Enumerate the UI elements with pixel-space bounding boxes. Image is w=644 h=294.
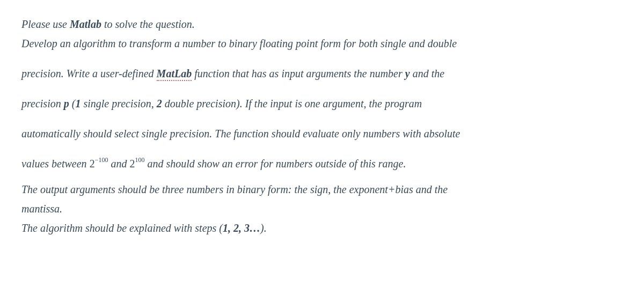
- text: Develop an algorithm to transform a numb…: [21, 38, 457, 49]
- text: mantissa.: [21, 203, 62, 215]
- text: and: [108, 158, 129, 170]
- line-4: precision p (1 single precision, 2 doubl…: [21, 95, 623, 112]
- math-power-2: 2100: [129, 158, 144, 170]
- text-bold: 1, 2, 3…: [223, 222, 260, 234]
- text: ).: [260, 222, 267, 234]
- text: function that has as input arguments the…: [192, 68, 405, 79]
- text: single precision,: [80, 98, 156, 109]
- text: Please use: [21, 18, 70, 30]
- line-2: Develop an algorithm to transform a numb…: [21, 35, 623, 52]
- text: The output arguments should be three num…: [21, 183, 448, 195]
- math-power-1: 2−100: [90, 158, 108, 170]
- variable-y: y: [405, 68, 410, 79]
- text: and should show an error for numbers out…: [144, 158, 406, 170]
- text: precision: [21, 98, 64, 109]
- text: double precision). If the input is one a…: [162, 98, 422, 109]
- text-bold: 1: [75, 98, 80, 109]
- text-bold: Matlab: [70, 18, 101, 30]
- text: (: [69, 98, 76, 109]
- text: values between: [21, 158, 90, 170]
- underlined-text: MatLab: [157, 68, 192, 81]
- line-1: Please use Matlab to solve the question.: [21, 16, 623, 32]
- text: automatically should select single preci…: [21, 128, 460, 139]
- line-8: mantissa.: [21, 201, 623, 217]
- text: to solve the question.: [101, 18, 195, 30]
- line-6: values between 2−100 and 2100 and should…: [21, 156, 623, 172]
- line-9: The algorithm should be explained with s…: [21, 220, 623, 236]
- text: and the: [410, 68, 444, 79]
- text: precision. Write a user-defined: [21, 68, 157, 79]
- line-3: precision. Write a user-defined MatLab f…: [21, 65, 623, 82]
- text-bold: 2: [157, 98, 162, 109]
- line-7: The output arguments should be three num…: [21, 181, 623, 197]
- text: The algorithm should be explained with s…: [21, 222, 223, 234]
- line-5: automatically should select single preci…: [21, 126, 623, 142]
- variable-p: p: [64, 98, 69, 109]
